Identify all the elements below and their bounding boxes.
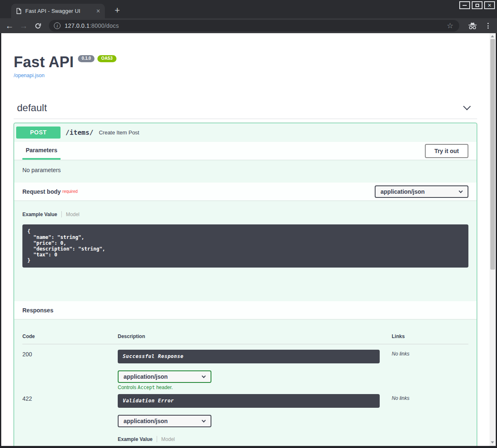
chevron-down-icon	[463, 102, 470, 110]
browser-titlebar: Fast API - Swagger UI × + ✕	[0, 0, 497, 18]
browser-menu-icon[interactable]	[482, 23, 494, 29]
tab-parameters: Parameters	[22, 142, 61, 160]
close-icon: ✕	[487, 3, 492, 8]
tab-model[interactable]: Model	[62, 212, 80, 217]
endpoint-path: /items/	[61, 129, 97, 136]
no-parameters-text: No parameters	[14, 160, 477, 183]
col-description: Description	[118, 334, 392, 339]
col-code: Code	[22, 334, 118, 339]
maximize-icon	[475, 4, 479, 7]
tab-example-value[interactable]: Example Value	[118, 436, 157, 442]
response-media-type-select[interactable]: application/json	[118, 415, 211, 427]
browser-tab[interactable]: Fast API - Swagger UI ×	[11, 4, 105, 18]
page-title: Fast API	[14, 54, 74, 71]
request-body-title: Request bodyrequired	[22, 183, 78, 200]
reload-button[interactable]	[32, 19, 44, 32]
request-media-type-select[interactable]: application/json	[375, 185, 468, 198]
request-body-header: Request bodyrequired application/json	[14, 183, 477, 200]
browser-toolbar: ← → i 127.0.0.1:8000/docs ☆	[0, 18, 497, 33]
chevron-down-icon	[202, 419, 206, 423]
response-200-controls: application/json Controls Accept header.	[118, 370, 468, 390]
url-text: 127.0.0.1:8000/docs	[65, 22, 119, 29]
endpoint-summary: Create Item Post	[97, 129, 139, 136]
chevron-down-icon	[459, 189, 463, 193]
page-viewport: Fast API 0.1.0 OAS3 /openapi.json defaul…	[1, 33, 496, 446]
new-tab-button[interactable]: +	[112, 5, 123, 16]
response-links: No links	[392, 350, 468, 363]
required-label: required	[63, 189, 78, 194]
request-body-section: Example Value Model { "name": "string", …	[14, 200, 477, 301]
tag-section-default[interactable]: default	[14, 102, 477, 119]
col-links: Links	[392, 334, 468, 339]
response-code: 422	[22, 394, 118, 408]
version-badge: 0.1.0	[78, 55, 95, 62]
opblock-post-items: POST /items/ Create Item Post Parameters…	[14, 123, 477, 446]
forward-button[interactable]: →	[17, 19, 30, 32]
method-badge: POST	[16, 127, 61, 139]
tab-title: Fast API - Swagger UI	[25, 8, 90, 14]
response-row-422: 422 Validation Error No links	[22, 390, 468, 408]
scrollbar-thumb[interactable]	[490, 39, 495, 270]
parameters-header: Parameters Try it out	[14, 142, 477, 160]
response-422-controls: application/json Example Value Model	[118, 415, 468, 446]
oas-badge: OAS3	[97, 55, 116, 62]
responses-header: Responses	[14, 301, 477, 319]
tab-close-icon[interactable]: ×	[94, 7, 102, 15]
close-button[interactable]: ✕	[484, 1, 495, 9]
api-info: Fast API 0.1.0 OAS3 /openapi.json	[14, 54, 477, 79]
minimize-button[interactable]	[459, 1, 470, 9]
window-controls: ✕	[459, 1, 495, 9]
bookmark-star-icon[interactable]: ☆	[444, 21, 456, 30]
scrollbar-down-icon[interactable]	[491, 441, 494, 443]
responses-table: Code Description Links 200 Successful Re…	[14, 319, 477, 446]
tab-model[interactable]: Model	[157, 436, 175, 442]
incognito-icon	[464, 22, 481, 29]
minimize-icon	[463, 5, 467, 6]
address-bar[interactable]: i 127.0.0.1:8000/docs ☆	[49, 20, 459, 32]
try-it-out-button[interactable]: Try it out	[425, 144, 468, 158]
openapi-spec-link[interactable]: /openapi.json	[14, 73, 44, 78]
example-model-tabs: Example Value Model	[22, 211, 468, 217]
response-description: Validation Error	[118, 394, 380, 408]
accept-header-note: Controls Accept header.	[118, 385, 468, 390]
response-row-200: 200 Successful Response No links	[22, 344, 468, 363]
maximize-button[interactable]	[472, 1, 482, 9]
accept-media-type-select[interactable]: application/json	[118, 370, 211, 383]
document-icon	[16, 8, 22, 14]
example-model-tabs: Example Value Model	[118, 436, 468, 442]
site-info-icon[interactable]: i	[54, 22, 61, 29]
page-scrollbar[interactable]	[490, 33, 496, 446]
tag-title: default	[17, 102, 47, 114]
reload-icon	[34, 22, 41, 29]
responses-table-header: Code Description Links	[22, 319, 468, 344]
scrollbar-up-icon[interactable]	[491, 35, 494, 37]
response-code: 200	[22, 350, 118, 363]
tab-example-value[interactable]: Example Value	[22, 212, 61, 217]
response-description: Successful Response	[118, 350, 380, 363]
response-links: No links	[392, 394, 468, 408]
opblock-summary[interactable]: POST /items/ Create Item Post	[14, 123, 477, 142]
back-button[interactable]: ←	[3, 19, 16, 32]
api-title-row: Fast API 0.1.0 OAS3	[14, 54, 477, 71]
responses-title: Responses	[22, 301, 53, 319]
chevron-down-icon	[202, 374, 206, 378]
request-example-code: { "name": "string", "price": 0, "descrip…	[22, 224, 468, 268]
swagger-ui: Fast API 0.1.0 OAS3 /openapi.json defaul…	[1, 33, 490, 446]
